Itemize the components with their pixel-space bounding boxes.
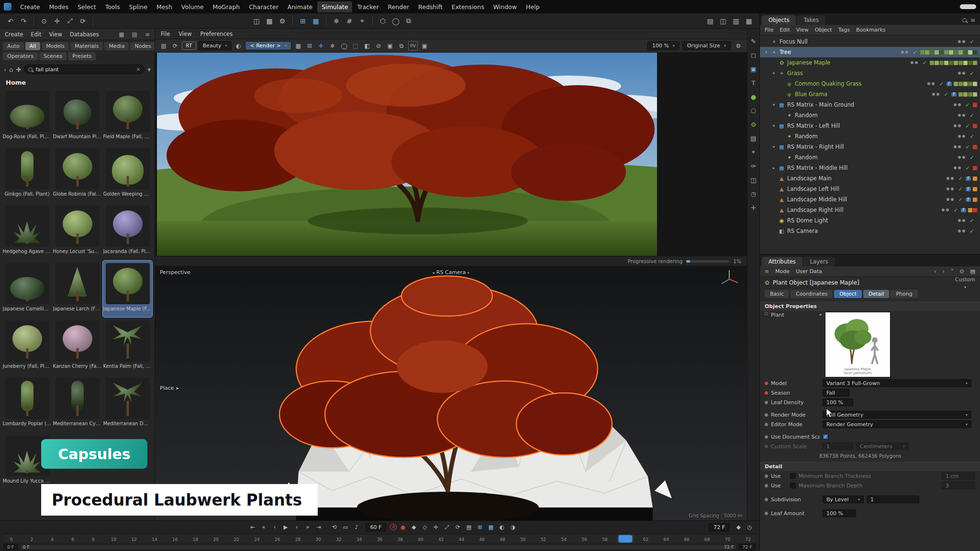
asset-item[interactable]: Dwarf Mountain Pine (... — [53, 88, 102, 145]
object-label[interactable]: Landscape Right Hill — [787, 207, 844, 213]
object-label[interactable]: RS Dome Light — [787, 217, 828, 224]
enable-check-icon[interactable]: ✓ — [969, 218, 975, 224]
filter-tab[interactable]: Media — [104, 42, 129, 50]
enable-check-icon[interactable]: ✓ — [938, 81, 945, 87]
visibility-dots[interactable] — [958, 40, 965, 43]
enable-check-icon[interactable]: ✓ — [957, 176, 964, 182]
visibility-dots[interactable] — [927, 82, 935, 85]
visibility-dots[interactable] — [958, 219, 965, 222]
autokey-button[interactable]: A — [390, 524, 397, 530]
panel-tab[interactable]: Takes — [797, 15, 825, 25]
object-row[interactable]: ▾ RS Matrix - Right Hill ✓ — [760, 142, 980, 152]
capsule-icon[interactable]: ⬡ — [749, 106, 758, 115]
season-field[interactable]: Fall — [823, 389, 849, 397]
menu-item[interactable]: Window — [489, 1, 521, 12]
quantize-icon[interactable]: ▦ — [486, 522, 496, 532]
record-button[interactable]: ● — [398, 522, 408, 532]
asset-item[interactable]: Japanese Larch (Fall,... — [53, 261, 102, 317]
snap-icon[interactable]: ❄ — [331, 15, 342, 27]
viewport-label[interactable]: Perspective — [160, 269, 190, 276]
model-dropdown[interactable]: Variant 3 Full-Grown▾ — [823, 379, 971, 387]
leaf-density-field[interactable]: 100 % — [823, 398, 853, 406]
asset-item[interactable]: Japanese Camellia (Fal... — [2, 261, 52, 317]
sep-4[interactable] — [326, 16, 326, 26]
custom-scale-field[interactable]: 1 — [823, 442, 853, 450]
menu-item[interactable]: Tracker — [353, 1, 383, 12]
object-label[interactable]: Landscape Middle Hill — [787, 196, 847, 203]
magnet-snap-icon[interactable]: ⊞ — [297, 15, 309, 27]
enable-check-icon[interactable]: ✓ — [969, 228, 975, 234]
visibility-dots[interactable] — [947, 177, 954, 180]
render-pass-dropdown[interactable]: Beauty▾ — [198, 41, 232, 50]
viewport-filter-icon[interactable]: ◯ — [390, 15, 401, 27]
object-label[interactable]: RS Matrix - Middle Hill — [787, 165, 848, 171]
preview-range-icon[interactable]: ▭ — [341, 522, 351, 532]
attribute-tab-button[interactable]: Object — [834, 290, 862, 298]
panel-menu-item[interactable]: View — [49, 31, 62, 38]
panel-menu-item[interactable]: File — [161, 31, 170, 37]
render-target-dropdown[interactable]: < Render >▾ — [245, 41, 291, 50]
attribute-tab-button[interactable]: Phong — [891, 290, 917, 298]
range-end-handle[interactable]: 72 F — [724, 544, 734, 550]
layout-1-icon[interactable]: ▤ — [704, 15, 716, 27]
object-label[interactable]: Random — [795, 133, 818, 140]
render-view-settings-icon[interactable]: ⚙ — [734, 41, 743, 51]
object-label[interactable]: Random — [795, 154, 818, 161]
object-label[interactable]: Landscape Main — [787, 175, 832, 182]
back-icon[interactable]: ‹ — [4, 66, 6, 73]
filter-tab[interactable]: Materials — [70, 42, 103, 50]
object-label[interactable]: Tree — [780, 49, 791, 55]
loop-mode-icon[interactable]: ⟲ — [330, 522, 340, 532]
menu-item[interactable]: Create — [16, 1, 45, 12]
text-tool-icon[interactable]: T — [749, 78, 758, 88]
panel-menu-item[interactable]: View — [178, 31, 191, 37]
editor-mode-dropdown[interactable]: Render Geometry▾ — [823, 420, 971, 428]
motion-b-icon[interactable]: ◑ — [508, 522, 518, 532]
key-icon[interactable]: ◆ — [734, 522, 744, 532]
enable-check-icon[interactable]: ✓ — [912, 49, 918, 55]
layout-3-icon[interactable]: ▥ — [730, 15, 742, 27]
jump-start-button[interactable]: ⇤ — [248, 522, 258, 532]
jump-end-button[interactable]: ⇥ — [314, 522, 324, 532]
list-icon[interactable]: ▤ — [970, 268, 975, 275]
render-settings-icon[interactable]: ⚙ — [277, 15, 288, 27]
object-row[interactable]: ▸ RS Matrix - Middle Hill ✓ — [760, 163, 980, 173]
object-label[interactable]: RS Matrix - Left Hill — [787, 122, 840, 129]
visibility-dots[interactable] — [901, 51, 908, 54]
attribute-tab-button[interactable]: Coordinates — [791, 290, 833, 298]
scene-end-field[interactable]: 72 F — [739, 544, 756, 550]
enable-check-icon[interactable]: ✓ — [964, 165, 971, 171]
pen-tool-icon[interactable]: ✎ — [749, 36, 758, 46]
sound-icon[interactable]: ♪ — [352, 522, 362, 532]
visibility-dots[interactable] — [911, 61, 918, 64]
save-image-icon[interactable]: ▣ — [420, 41, 429, 51]
move-view-icon[interactable]: ✛ — [316, 41, 326, 51]
enable-check-icon[interactable]: ✓ — [952, 207, 959, 213]
enable-check-icon[interactable]: ✓ — [964, 144, 971, 150]
menu-item[interactable]: Redshift — [414, 1, 447, 12]
modifier-icon[interactable]: ⚙ — [749, 120, 758, 129]
isolate-icon[interactable]: ⬡ — [377, 15, 389, 27]
compare-ab-icon[interactable]: ◧ — [362, 41, 372, 51]
axis-mode-icon[interactable]: ⌖ — [356, 15, 368, 27]
visibility-dots[interactable] — [958, 114, 965, 117]
attribute-tab-button[interactable]: Detail — [863, 290, 889, 298]
next-frame-button[interactable]: › — [292, 522, 302, 532]
object-row[interactable]: Japanese Maple ✓ — [760, 57, 980, 68]
object-label[interactable]: RS Matrix - Right Hill — [787, 143, 844, 150]
visibility-dots[interactable] — [932, 93, 939, 96]
menu-item[interactable]: Simulate — [317, 1, 352, 12]
menu-item[interactable]: MoGraph — [208, 1, 244, 12]
asset-item[interactable]: Dog-Rose (Fall, Plant) — [2, 88, 52, 145]
compass-icon[interactable]: ✛ — [749, 203, 758, 212]
clock-icon[interactable]: ◷ — [749, 189, 758, 198]
search-input[interactable]: fall plant ✕ — [24, 65, 145, 74]
back-arrow-icon[interactable]: ‹ — [934, 268, 936, 275]
enable-check-icon[interactable]: ✓ — [964, 123, 971, 129]
object-row[interactable]: Random ✓ — [760, 152, 980, 163]
capture-icon[interactable]: ⧉ — [403, 15, 414, 27]
object-row[interactable]: RS Camera ✓ — [760, 226, 980, 236]
object-row[interactable]: Random ✓ — [760, 131, 980, 142]
filter-tab[interactable]: Operators — [3, 52, 38, 60]
object-row[interactable]: ▾ Grass ✓ — [760, 68, 980, 78]
